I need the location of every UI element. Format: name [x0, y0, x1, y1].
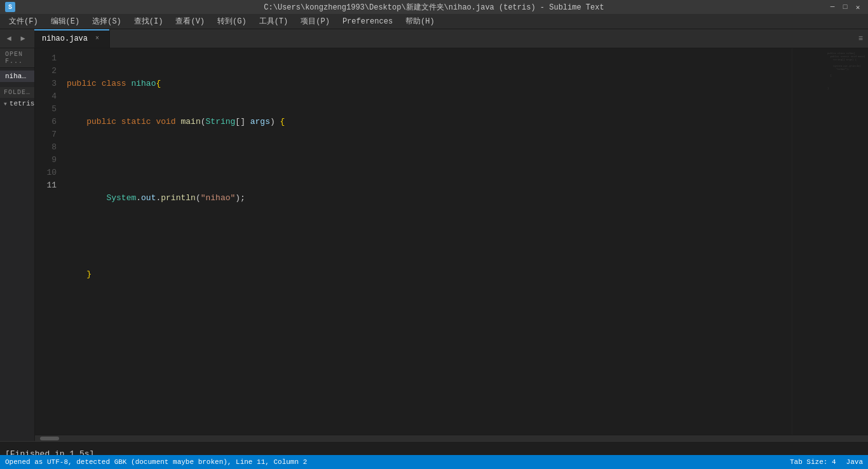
menu-bar: 文件(F) 编辑(E) 选择(S) 查找(I) 查看(V) 转到(G) 工具(T…: [0, 14, 868, 29]
tab-filename: nihao.java: [42, 34, 88, 43]
line-num-7: 7: [40, 128, 57, 141]
code-line-5: [67, 230, 792, 243]
code-line-7: [67, 306, 792, 319]
restore-button[interactable]: □: [840, 2, 850, 12]
code-line-8: [67, 344, 792, 357]
sidebar-content: nihao... FOLDER... ▼ tetris: [0, 68, 34, 441]
status-right: Tab Size: 4 Java: [790, 458, 863, 466]
code-line-4: System.out.println("nihao");: [67, 192, 792, 205]
line-num-5: 5: [40, 103, 57, 116]
line-num-3: 3: [40, 78, 57, 90]
sidebar-folder-label: FOLDER...: [0, 87, 34, 98]
tabs-menu-icon[interactable]: ≡: [858, 34, 863, 43]
status-left: Opened as UTF-8, detected GBK (document …: [5, 458, 790, 466]
app-icon: S: [5, 2, 15, 12]
hscroll-thumb[interactable]: [40, 437, 59, 440]
line-num-10: 10: [40, 167, 57, 179]
line-num-9: 9: [40, 154, 57, 167]
code-line-10: [67, 421, 792, 433]
line-num-2: 2: [40, 65, 57, 78]
code-line-6: }: [67, 268, 792, 281]
sidebar-open-file-nihao[interactable]: nihao...: [0, 71, 34, 82]
sidebar-folder-tetris[interactable]: ▼ tetris: [0, 98, 34, 109]
tabs-bar: nihao.java ×: [34, 29, 110, 48]
status-language[interactable]: Java: [846, 458, 863, 466]
toolbar: ◀ ▶ nihao.java × ≡: [0, 29, 868, 48]
menu-preferences[interactable]: Preferences: [336, 14, 399, 29]
tabs-end: ≡: [858, 34, 865, 43]
nav-forward-button[interactable]: ▶: [17, 32, 29, 45]
menu-project[interactable]: 项目(P): [294, 14, 336, 29]
line-numbers: 1 2 3 4 5 6 7 8 9 10 11: [35, 48, 67, 435]
tab-close-button[interactable]: ×: [93, 34, 102, 43]
menu-help[interactable]: 帮助(H): [399, 14, 441, 29]
line-num-1: 1: [40, 52, 57, 65]
main-area: OPEN F... nihao... FOLDER... ▼ tetris 1 …: [0, 48, 868, 441]
code-line-3: [67, 154, 792, 167]
status-bar: Opened as UTF-8, detected GBK (document …: [0, 455, 868, 469]
sidebar-folder-name: tetris: [10, 100, 35, 107]
nav-back-button[interactable]: ◀: [3, 32, 15, 45]
horizontal-scrollbar[interactable]: [35, 435, 868, 441]
code-line-2: public static void main(String[] args) {: [67, 116, 792, 128]
menu-find[interactable]: 查找(I): [128, 14, 170, 29]
menu-tools[interactable]: 工具(T): [253, 14, 295, 29]
folder-expand-icon: ▼: [4, 101, 7, 107]
line-num-8: 8: [40, 141, 57, 154]
code-line-9: [67, 383, 792, 395]
code-line-1: public class nihao{: [67, 78, 792, 90]
menu-goto[interactable]: 转到(G): [211, 14, 253, 29]
minimap-content: public class nihao{ public static void m…: [827, 52, 865, 90]
status-tab-size[interactable]: Tab Size: 4: [790, 458, 836, 466]
minimize-button[interactable]: ─: [827, 2, 837, 12]
close-button[interactable]: ✕: [853, 2, 863, 12]
menu-select[interactable]: 选择(S): [86, 14, 128, 29]
line-num-11: 11: [40, 179, 57, 192]
line-num-6: 6: [40, 116, 57, 128]
window-controls: ─ □ ✕: [827, 2, 863, 12]
sidebar: OPEN F... nihao... FOLDER... ▼ tetris: [0, 48, 35, 441]
menu-file[interactable]: 文件(F): [3, 14, 44, 29]
menu-view[interactable]: 查看(V): [169, 14, 211, 29]
editor-area: 1 2 3 4 5 6 7 8 9 10 11 public class nih…: [35, 48, 868, 441]
minimap: public class nihao{ public static void m…: [792, 48, 868, 435]
tab-nihao-java[interactable]: nihao.java ×: [34, 29, 110, 48]
line-num-4: 4: [40, 90, 57, 103]
window-title: C:\Users\kongzheng1993\Desktop\新建文件夹\nih…: [0, 2, 868, 13]
code-view[interactable]: 1 2 3 4 5 6 7 8 9 10 11 public class nih…: [35, 48, 868, 435]
title-bar: S C:\Users\kongzheng1993\Desktop\新建文件夹\n…: [0, 0, 868, 14]
menu-edit[interactable]: 编辑(E): [44, 14, 86, 29]
sidebar-open-files-header: OPEN F...: [0, 48, 34, 68]
code-content[interactable]: public class nihao{ public static void m…: [67, 48, 792, 435]
nav-buttons: ◀ ▶: [3, 32, 29, 45]
